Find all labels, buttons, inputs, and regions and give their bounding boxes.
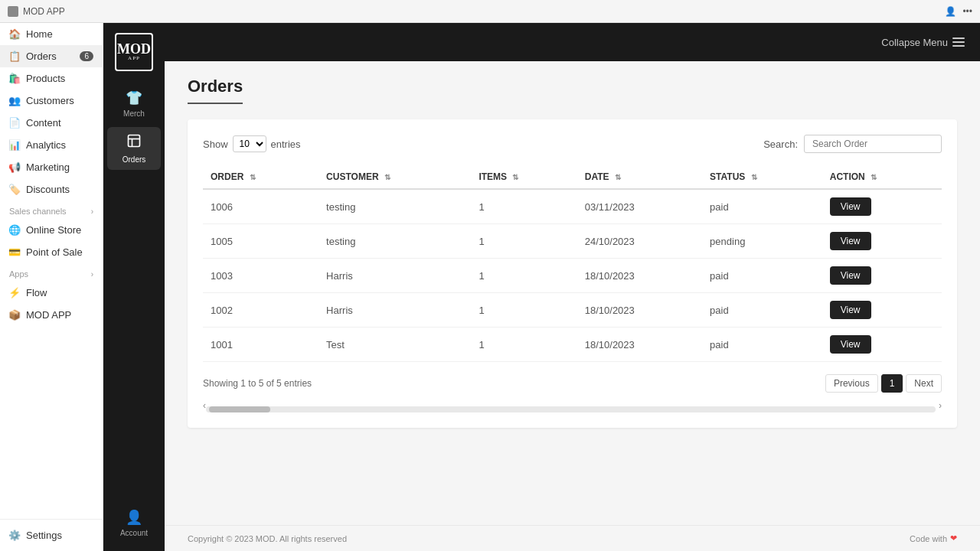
page-1-button[interactable]: 1 (881, 374, 903, 393)
cell-order: 1006 (203, 189, 318, 224)
view-order-button[interactable]: View (830, 266, 871, 285)
sidebar-item-orders[interactable]: 📋 Orders 6 (0, 45, 103, 67)
show-label: Show (203, 139, 228, 150)
sidebar-item-content[interactable]: 📄 Content (0, 112, 103, 134)
horizontal-scrollbar[interactable]: ‹ › (203, 399, 942, 412)
icon-nav-orders[interactable]: Orders (107, 127, 161, 170)
cell-status: pending (702, 224, 822, 259)
app-title: MOD APP (23, 6, 940, 17)
cell-status: paid (702, 328, 822, 362)
customers-icon: 👥 (9, 96, 20, 106)
orders-icon: 📋 (9, 51, 20, 62)
table-row: 1002 Harris 1 18/10/2023 paid View (203, 293, 942, 328)
settings-icon: ⚙️ (9, 530, 20, 541)
sidebar-item-marketing[interactable]: 📢 Marketing (0, 156, 103, 178)
sidebar-item-discounts[interactable]: 🏷️ Discounts (0, 178, 103, 201)
chevron-right-icon: › (91, 207, 93, 216)
sidebar-label-products: Products (26, 73, 65, 84)
sort-icon-items[interactable]: ⇅ (512, 173, 518, 181)
sort-icon-action[interactable]: ⇅ (871, 173, 877, 181)
cell-action: View (822, 224, 942, 259)
sidebar-label-marketing: Marketing (26, 161, 70, 173)
sidebar-item-home[interactable]: 🏠 Home (0, 23, 103, 45)
orders-badge: 6 (80, 51, 93, 61)
sidebar-item-products[interactable]: 🛍️ Products (0, 67, 103, 90)
sort-icon-status[interactable]: ⇅ (751, 173, 757, 181)
showing-text: Showing 1 to 5 of 5 entries (203, 378, 312, 389)
mod-logo: MOD APP (115, 33, 153, 71)
cell-items: 1 (471, 259, 577, 293)
next-page-button[interactable]: Next (906, 374, 942, 393)
sidebar-bottom: ⚙️ Settings (0, 519, 103, 551)
sort-icon-order[interactable]: ⇅ (250, 173, 256, 181)
icon-nav-account[interactable]: 👤 Account (107, 503, 161, 543)
cell-order: 1002 (203, 293, 318, 328)
view-order-button[interactable]: View (830, 197, 871, 216)
user-icon[interactable]: 👤 (945, 6, 956, 17)
cell-status: paid (702, 189, 822, 224)
cell-items: 1 (471, 224, 577, 259)
flow-icon: ⚡ (9, 288, 20, 298)
cell-customer: testing (318, 189, 471, 224)
entries-select[interactable]: 10 25 50 (233, 135, 266, 152)
cell-date: 03/11/2023 (577, 189, 702, 224)
icon-nav-merch[interactable]: 👕 Merch (107, 83, 161, 124)
table-row: 1001 Test 1 18/10/2023 paid View (203, 328, 942, 362)
sidebar-label-pos: Point of Sale (26, 246, 83, 258)
heart-icon: ❤ (950, 533, 957, 543)
cell-customer: Harris (318, 293, 471, 328)
orders-nav-icon (126, 133, 142, 152)
view-order-button[interactable]: View (830, 301, 871, 319)
scroll-right-arrow[interactable]: › (939, 400, 942, 411)
sidebar-item-mod-app[interactable]: 📦 MOD APP (0, 304, 103, 326)
sidebar-label-analytics: Analytics (26, 139, 66, 151)
sort-icon-date[interactable]: ⇅ (615, 173, 621, 181)
view-order-button[interactable]: View (830, 232, 871, 250)
sidebar-label-online-store: Online Store (26, 224, 81, 236)
sidebar-item-settings[interactable]: ⚙️ Settings (0, 524, 103, 546)
top-bar: MOD APP 👤 ••• (0, 0, 980, 23)
table-controls: Show 10 25 50 entries Search: (203, 135, 942, 153)
view-order-button[interactable]: View (830, 335, 871, 354)
collapse-menu-label: Collapse Menu (881, 37, 948, 48)
products-icon: 🛍️ (9, 73, 20, 84)
previous-page-button[interactable]: Previous (825, 374, 878, 393)
sort-icon-customer[interactable]: ⇅ (384, 173, 390, 181)
sidebar-item-flow[interactable]: ⚡ Flow (0, 282, 103, 304)
cell-order: 1005 (203, 224, 318, 259)
content-area: Collapse Menu Orders Show 10 2 (165, 23, 980, 551)
content-body: Orders Show 10 25 50 entries Search: (165, 61, 980, 525)
table-header-row: ORDER ⇅ CUSTOMER ⇅ ITEMS ⇅ (203, 165, 942, 189)
table-row: 1005 testing 1 24/10/2023 pending View (203, 224, 942, 259)
content-icon: 📄 (9, 118, 20, 129)
sidebar-label-discounts: Discounts (26, 184, 70, 195)
sidebar-item-customers[interactable]: 👥 Customers (0, 90, 103, 112)
cell-order: 1003 (203, 259, 318, 293)
hamburger-icon (952, 37, 965, 47)
cell-customer: Harris (318, 259, 471, 293)
cell-items: 1 (471, 189, 577, 224)
col-header-action: ACTION ⇅ (822, 165, 942, 189)
sales-channels-section: Sales channels › (0, 201, 103, 219)
sidebar-item-point-of-sale[interactable]: 💳 Point of Sale (0, 241, 103, 263)
cell-customer: testing (318, 224, 471, 259)
cell-action: View (822, 293, 942, 328)
sidebar-item-analytics[interactable]: 📊 Analytics (0, 134, 103, 156)
online-store-icon: 🌐 (9, 225, 20, 236)
apps-section: Apps › (0, 263, 103, 282)
search-input[interactable] (804, 135, 942, 153)
icon-sidebar: MOD APP 👕 Merch Orders 👤 Account (103, 23, 165, 551)
col-header-order: ORDER ⇅ (203, 165, 318, 189)
analytics-icon: 📊 (9, 140, 20, 151)
cell-action: View (822, 189, 942, 224)
entries-label: entries (271, 139, 301, 150)
cell-action: View (822, 259, 942, 293)
collapse-menu-button[interactable]: Collapse Menu (881, 37, 965, 48)
svg-rect-0 (129, 135, 140, 147)
left-sidebar: 🏠 Home 📋 Orders 6 🛍️ Products 👥 Customer… (0, 23, 103, 551)
more-icon[interactable]: ••• (962, 6, 972, 17)
col-header-status: STATUS ⇅ (702, 165, 822, 189)
scrollbar-thumb[interactable] (209, 406, 270, 412)
sidebar-item-online-store[interactable]: 🌐 Online Store (0, 219, 103, 241)
scrollbar-track[interactable] (206, 406, 936, 412)
